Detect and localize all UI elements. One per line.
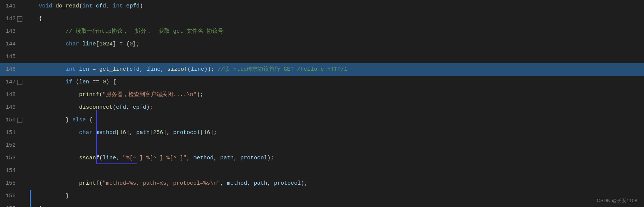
token-num: 16 [119,130,126,136]
token-plain: ]; [210,130,217,136]
line-number-value: 149 [6,101,16,114]
code-line: { [33,13,644,25]
table-row: 145 [0,51,644,63]
code-line [33,165,644,177]
token-plain: , [234,155,240,161]
token-num: 0 [103,79,106,85]
token-plain: ], [126,130,136,136]
token-plain [93,3,96,9]
token-str: "服务器，检查到客户端关闭....\n" [103,92,197,98]
code-line [33,139,644,152]
gutter-indicator [30,76,33,89]
token-num: 256 [153,130,163,136]
indent [39,41,66,47]
token-plain [123,3,126,9]
table-row: 141void do_read(int cfd, int epfd) [0,0,644,13]
token-kw: void [39,3,52,9]
token-plain: ( [113,104,116,111]
token-cm: // 读取一行http协议， 拆分， 获取 get 文件名 协议号 [66,28,223,35]
token-plain: , [213,155,220,161]
table-row: 151 char method[16], path[256], protocol… [0,127,644,139]
line-number-value: 145 [6,51,16,63]
token-plain: ( [187,66,191,73]
token-plain: ( [72,79,79,85]
token-param: protocol [240,155,267,161]
token-fn: disconnect [79,104,113,111]
code-line [33,51,644,63]
token-plain: , [220,180,227,187]
indent [39,92,79,98]
code-line: printf("method=%s, path=%s, protocol=%s\… [33,177,644,190]
code-line: void do_read(int cfd, int epfd) [33,0,644,13]
token-plain [93,130,96,136]
table-row: 146 int len = get_line(cfd, line, sizeof… [0,63,644,76]
watermark: CSDN @长安1108 [597,197,637,204]
token-plain: , [116,155,123,161]
code-line: char line[1024] = {0}; [33,38,644,51]
token-num: 0 [129,41,133,47]
token-plain: } [66,193,69,199]
token-param: line [191,66,204,73]
token-fn: sizeof [167,66,187,73]
token-plain: ); [267,155,274,161]
fold-button[interactable]: − [17,80,22,85]
token-param: cfd [96,3,106,9]
token-param: cfd [129,66,140,73]
line-number: 143 [0,25,30,38]
line-number: 141 [0,0,30,13]
code-editor: 141void do_read(int cfd, int epfd)142−{1… [0,0,644,207]
gutter-indicator [30,165,33,177]
gutter-indicator [30,63,33,76]
token-param: line [82,41,96,47]
line-number: 154 [0,165,30,177]
line-number-value: 150 [6,114,16,127]
line-number: 148 [0,89,30,101]
token-plain: ) { [106,79,116,85]
line-number: 152 [0,139,30,152]
code-line: sscanf(line, "%[^ ] %[^ ] %[^ ]", method… [33,152,644,165]
token-fn: printf [79,180,99,187]
token-plain: )); [204,66,218,73]
line-number-value: 152 [6,139,16,152]
token-plain: { [39,16,42,22]
token-param: cfd [116,104,126,111]
token-cm: //读 http请求协议首行 GET /hello.c HTTP/1 [218,66,347,73]
line-number: 155 [0,177,30,190]
token-fn: sscanf [79,155,99,161]
table-row: 155 printf("method=%s, path=%s, protocol… [0,177,644,190]
gutter-indicator [30,13,33,25]
token-plain: = [89,66,99,73]
line-number: 151 [0,127,30,139]
token-kw: char [66,41,79,47]
gutter-indicator [30,51,33,63]
gutter-indicator [30,177,33,190]
token-plain: ], [163,130,173,136]
code-line: printf("服务器，检查到客户端关闭....\n"); [33,89,644,101]
gutter-indicator [30,203,33,207]
token-plain: } [39,206,42,207]
token-kw: char [79,130,93,136]
indent [39,130,79,136]
token-plain: , [106,3,113,9]
line-number-value: 153 [6,152,16,165]
line-number: 145 [0,51,30,63]
table-row: 144 char line[1024] = {0}; [0,38,644,51]
token-plain: ); [301,180,307,187]
line-number: 149 [0,101,30,114]
fold-button[interactable]: − [17,16,22,22]
token-fn: do_read [56,3,79,9]
token-kw: int [113,3,123,9]
line-number: 142− [0,13,30,25]
token-plain: ( [99,155,103,161]
fold-button[interactable]: − [17,118,22,123]
token-kw: else [72,117,86,123]
line-number-value: 141 [6,0,16,13]
token-kw: int [82,3,93,9]
table-row: 142−{ [0,13,644,25]
token-plain: ); [146,104,153,111]
token-plain: , [247,180,254,187]
gutter-indicator [30,38,33,51]
token-plain: , [140,66,146,73]
table-row: 156 } [0,190,644,203]
code-line: // 读取一行http协议， 拆分， 获取 get 文件名 协议号 [33,25,644,38]
